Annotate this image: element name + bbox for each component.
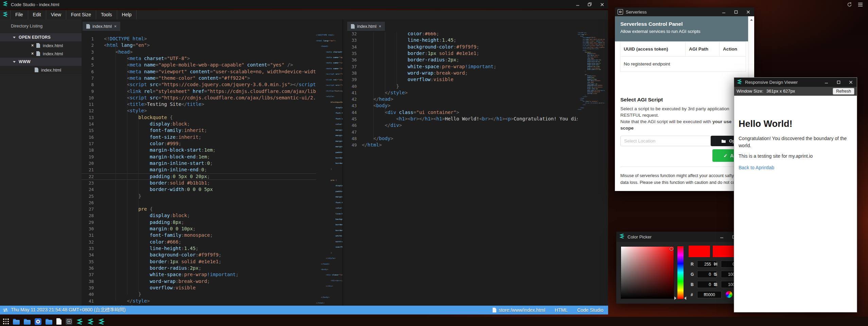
code-line-39[interactable]: 39 overflow:visible: [82, 285, 316, 291]
code-line-29[interactable]: 29 padding:8px;: [82, 219, 316, 226]
code-line-30[interactable]: 30 margin:0 0 10px;: [82, 226, 316, 232]
close-icon[interactable]: ×: [379, 24, 381, 28]
code-line-19[interactable]: 19 margin-block-end:1em;: [82, 154, 316, 160]
code-line-36[interactable]: 36 border-radius:2px;: [82, 265, 316, 271]
code-line-34[interactable]: 34 background-color:#f9f9f9;: [343, 44, 578, 50]
sv-cursor[interactable]: [670, 247, 673, 251]
code-line-38[interactable]: 38 word-wrap:break-word;: [343, 70, 578, 76]
code-line-13[interactable]: 13 blockquote {: [82, 114, 316, 121]
code-line-10[interactable]: 10 <script src="https://cdnjs.cloudflare…: [82, 95, 316, 101]
taskbar-folder-icon[interactable]: [24, 320, 31, 325]
code-line-20[interactable]: 20 margin-inline-start:0;: [82, 160, 316, 167]
close-icon[interactable]: ×: [31, 43, 34, 47]
minimap-pane-1[interactable]: <!DOCTYPE html><html lang="en"> <head> <…: [316, 32, 342, 306]
pane-divider[interactable]: [342, 19, 343, 306]
code-line-6[interactable]: 6 <meta name="viewport" content="user-sc…: [82, 69, 316, 75]
code-line-24[interactable]: 24 border-width:0 0 0 5px: [82, 186, 316, 193]
code-line-46[interactable]: 46 </div>: [343, 122, 578, 129]
taskbar-disc-player-icon[interactable]: [35, 318, 41, 325]
minimize-button[interactable]: [718, 7, 730, 16]
code-line-36[interactable]: 36 border-radius:2px;: [343, 57, 578, 63]
menu-item-font-size[interactable]: Font Size: [66, 10, 96, 19]
code-line-12[interactable]: 12 <style>: [82, 108, 316, 114]
minimize-button[interactable]: [571, 0, 584, 9]
minimize-button[interactable]: [715, 232, 728, 242]
editor-pane-1[interactable]: 1<!DOCTYPE html>2<html lang="en">3 <head…: [82, 32, 316, 306]
code-line-8[interactable]: 8 <script src="https://code.jquery.com/j…: [82, 81, 316, 88]
scroll-up-arrow-icon[interactable]: [748, 17, 754, 22]
code-line-4[interactable]: 4 <meta charset="UTF-8">: [82, 55, 316, 62]
code-line-11[interactable]: 11 <title>Testing Site</title>: [82, 101, 316, 108]
menu-item-tools[interactable]: Tools: [96, 10, 117, 19]
code-line-32[interactable]: 32 color:#666;: [343, 32, 578, 37]
code-line-33[interactable]: 33 line-height:1.45;: [82, 245, 316, 252]
r-value-input[interactable]: 255: [697, 261, 717, 268]
code-line-14[interactable]: 14 display:block;: [82, 121, 316, 127]
taskbar-code-studio-icon[interactable]: [76, 318, 83, 325]
taskbar-folder-icon[interactable]: [13, 320, 20, 325]
sidebar-item-index.html[interactable]: ×index.html: [0, 50, 82, 58]
sidebar-section-www[interactable]: WWW: [0, 58, 82, 66]
maximize-button[interactable]: [832, 78, 845, 87]
main-titlebar[interactable]: Code Studio - index.html: [0, 0, 608, 9]
code-line-45[interactable]: 45 <h1><br></h1><h1>Hello World!<br></h1…: [343, 116, 578, 122]
back-to-aprintlab-link[interactable]: Back to Aprintlab: [739, 165, 774, 170]
code-line-37[interactable]: 37 white-space:pre-wrap!important;: [82, 271, 316, 278]
serverless-titlebar[interactable]: O Serverless: [615, 7, 754, 16]
g-value-input[interactable]: 0: [697, 271, 717, 278]
code-line-48[interactable]: 48 </body>: [343, 135, 578, 142]
code-line-41[interactable]: 41 </style>: [343, 90, 578, 96]
code-line-9[interactable]: 9 <link rel="stylesheet" href="https://c…: [82, 88, 316, 95]
desktop-refresh-icon[interactable]: [847, 2, 852, 9]
menu-item-file[interactable]: File: [10, 10, 28, 19]
code-line-40[interactable]: 40 }: [343, 83, 578, 90]
code-line-33[interactable]: 33 line-height:1.45;: [343, 37, 578, 43]
status-file-path[interactable]: store:/www/index.html: [499, 307, 545, 313]
sidebar-item-index.html[interactable]: ×index.html: [0, 41, 82, 50]
color-swatch-current[interactable]: [689, 246, 710, 257]
code-line-21[interactable]: 21 margin-inline-end:0;: [82, 167, 316, 173]
code-line-2[interactable]: 2<html lang="en">: [82, 42, 316, 49]
close-button[interactable]: [742, 7, 754, 16]
code-line-42[interactable]: 42 </head>: [343, 96, 578, 102]
code-line-44[interactable]: 44 <div class="ui container">: [343, 109, 578, 116]
hue-marker-left[interactable]: [674, 296, 676, 300]
code-line-1[interactable]: 1<!DOCTYPE html>: [82, 36, 316, 42]
menu-item-edit[interactable]: Edit: [28, 10, 46, 19]
minimize-button[interactable]: [820, 78, 832, 87]
code-line-15[interactable]: 15 font-family:inherit;: [82, 127, 316, 134]
code-line-35[interactable]: 35 border:1px solid #e1e1e1;: [82, 258, 316, 265]
code-line-41[interactable]: 41 </style>: [82, 298, 316, 304]
taskbar-code-studio-icon[interactable]: [87, 318, 94, 325]
code-line-27[interactable]: 27 pre {: [82, 206, 316, 212]
tab-index-html-pane1[interactable]: index.html ×: [83, 22, 120, 31]
tab-index-html-pane2[interactable]: index.html ×: [347, 22, 385, 31]
status-language[interactable]: HTML: [555, 307, 568, 313]
code-line-3[interactable]: 3 <head>: [82, 49, 316, 55]
code-line-32[interactable]: 32 color:#666;: [82, 239, 316, 245]
code-line-22[interactable]: 22 padding:0 5px 0 20px;: [82, 173, 316, 180]
taskbar-code-studio-icon[interactable]: [98, 318, 105, 325]
hue-slider[interactable]: [677, 246, 684, 299]
hue-marker-right[interactable]: [684, 296, 686, 300]
code-line-7[interactable]: 7 <meta name="theme-color" content="#ff9…: [82, 75, 316, 81]
code-line-47[interactable]: 47: [343, 129, 578, 135]
close-icon[interactable]: ×: [31, 52, 34, 56]
close-button[interactable]: [596, 0, 608, 9]
code-line-39[interactable]: 39 overflow:visible: [343, 76, 578, 83]
location-input[interactable]: [620, 136, 711, 146]
code-line-49[interactable]: 49</html>: [343, 142, 578, 148]
code-line-35[interactable]: 35 border:1px solid #e1e1e1;: [343, 50, 578, 57]
code-line-25[interactable]: 25 }: [82, 193, 316, 199]
sidebar-item-index.html[interactable]: index.html: [0, 66, 82, 74]
code-line-23[interactable]: 23 border:solid #b1b1b1;: [82, 180, 316, 186]
close-button[interactable]: [845, 78, 857, 87]
sidebar-section-open-editors[interactable]: OPEN EDITORS: [0, 33, 82, 41]
saturation-value-picker[interactable]: [621, 246, 674, 299]
code-line-17[interactable]: 17 color:#999;: [82, 140, 316, 147]
taskbar-app-grid-icon[interactable]: [3, 319, 9, 324]
menu-item-help[interactable]: Help: [117, 10, 137, 19]
code-line-34[interactable]: 34 background-color:#f9f9f9;: [82, 252, 316, 258]
desktop-menu-icon[interactable]: [857, 2, 863, 9]
minimap-pane-2[interactable]: <!DOCTYPE html><html lang="en"> <head> <…: [578, 32, 605, 114]
